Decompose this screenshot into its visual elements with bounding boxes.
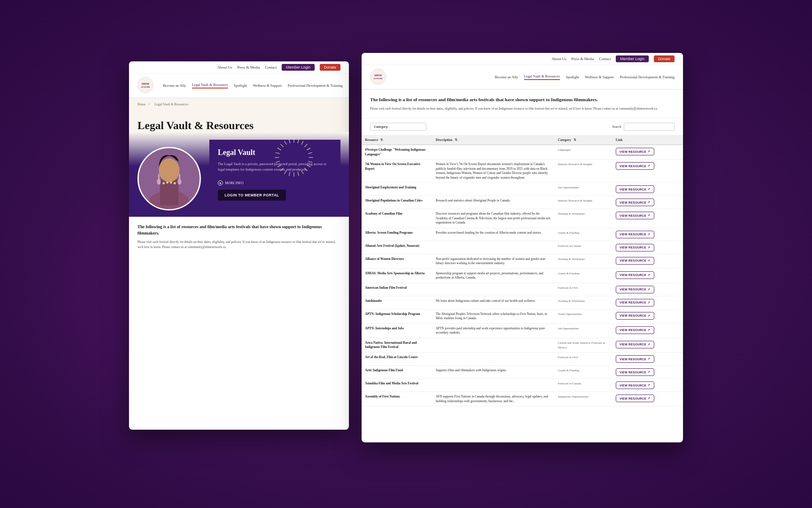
- left-nav-spotlight[interactable]: Spotlight: [234, 83, 247, 88]
- login-portal-button[interactable]: LOGIN TO MEMBER PORTAL: [218, 190, 286, 201]
- resource-desc-cell: APTN provides paid internship and work e…: [432, 323, 554, 338]
- svg-line-18: [280, 168, 283, 171]
- view-resource-button[interactable]: VIEW RESOURCE: [616, 368, 654, 376]
- resource-link-cell[interactable]: VIEW RESOURCE: [612, 392, 683, 406]
- view-resource-button[interactable]: VIEW RESOURCE: [616, 355, 654, 363]
- breadcrumb-home[interactable]: Home: [137, 102, 146, 106]
- view-resource-button[interactable]: VIEW RESOURCE: [616, 341, 654, 348]
- right-nav-legal[interactable]: Legal Vault & Resources: [524, 74, 560, 80]
- view-resource-button[interactable]: VIEW RESOURCE: [616, 199, 654, 206]
- right-member-login-button[interactable]: Member Login: [616, 55, 649, 62]
- view-resource-button[interactable]: VIEW RESOURCE: [616, 148, 654, 155]
- right-nav-spotlight[interactable]: Spotlight: [566, 75, 579, 79]
- category-tag: Training & Workshops: [558, 257, 585, 261]
- left-logo[interactable]: SHINE NETWORK: [137, 77, 154, 94]
- left-press-link[interactable]: Press & Media: [237, 65, 260, 69]
- view-resource-button[interactable]: VIEW RESOURCE: [616, 326, 654, 334]
- resource-link-cell[interactable]: VIEW RESOURCE: [612, 196, 683, 209]
- view-resource-button[interactable]: VIEW RESOURCE: [616, 231, 654, 238]
- right-intro: The following is a list of resources and…: [362, 90, 683, 119]
- table-row: Aboriginal Populations in Canadian Citie…: [362, 196, 683, 209]
- view-resource-button[interactable]: VIEW RESOURCE: [616, 271, 654, 279]
- left-member-login-button[interactable]: Member Login: [282, 64, 315, 71]
- resource-link-cell[interactable]: VIEW RESOURCE: [612, 254, 683, 268]
- svg-text:NETWORK: NETWORK: [141, 86, 150, 88]
- resource-link-cell[interactable]: VIEW RESOURCE: [612, 209, 683, 228]
- svg-point-0: [138, 78, 153, 92]
- left-nav-professional[interactable]: Professional Development & Training: [288, 83, 343, 88]
- view-resource-button[interactable]: VIEW RESOURCE: [616, 286, 654, 293]
- view-resource-button[interactable]: VIEW RESOURCE: [616, 299, 654, 306]
- resource-link-cell[interactable]: VIEW RESOURCE: [612, 283, 683, 296]
- more-info-button[interactable]: ● MORE INFO: [218, 180, 244, 185]
- resource-name: AMIAS: Media Arts Sponsorship in Alberta: [365, 271, 425, 275]
- resource-link-cell[interactable]: VIEW RESOURCE: [612, 145, 683, 160]
- view-resource-button[interactable]: VIEW RESOURCE: [616, 244, 654, 251]
- resource-link-cell[interactable]: VIEW RESOURCE: [612, 296, 683, 309]
- th-category[interactable]: Category ⇅: [554, 135, 612, 145]
- resource-name: Artic Indigenous Film Fund: [365, 368, 403, 372]
- resource-link-cell[interactable]: VIEW RESOURCE: [612, 338, 683, 353]
- resource-name: American Indian Film Festival: [365, 286, 407, 290]
- svg-line-7: [307, 148, 310, 150]
- page-title: Legal Vault & Resources: [137, 119, 340, 132]
- resource-link-cell[interactable]: VIEW RESOURCE: [612, 379, 683, 392]
- left-nav-ally[interactable]: Become an Ally: [163, 83, 186, 88]
- resource-link-cell[interactable]: VIEW RESOURCE: [612, 183, 683, 196]
- view-resource-button[interactable]: VIEW RESOURCE: [616, 312, 654, 320]
- svg-line-4: [298, 139, 299, 144]
- view-resource-button[interactable]: VIEW RESOURCE: [616, 395, 654, 402]
- right-logo[interactable]: SHINE NETWORK: [370, 69, 387, 86]
- resource-link-cell[interactable]: VIEW RESOURCE: [612, 160, 683, 183]
- resources-table-scroll[interactable]: Resource ⇅ Description ⇅ Category ⇅ Li: [362, 135, 683, 406]
- view-resource-button[interactable]: VIEW RESOURCE: [616, 162, 654, 170]
- view-resource-button[interactable]: VIEW RESOURCE: [616, 185, 654, 193]
- resource-link-cell[interactable]: VIEW RESOURCE: [612, 323, 683, 338]
- right-contact-link[interactable]: Contact: [599, 57, 611, 61]
- resource-category-cell: Grants & Funding: [554, 268, 612, 283]
- resource-category-cell: Grants & Funding: [554, 228, 612, 241]
- right-nav-professional[interactable]: Professional Development & Training: [620, 75, 675, 79]
- resource-category-cell: Job Opportunities: [554, 323, 612, 338]
- resource-link-cell[interactable]: VIEW RESOURCE: [612, 241, 683, 254]
- svg-line-14: [298, 172, 299, 176]
- left-nav-wellness[interactable]: Wellness & Support: [253, 83, 282, 88]
- right-donate-button[interactable]: Donate: [654, 55, 675, 62]
- svg-line-6: [304, 144, 307, 147]
- resource-link-cell[interactable]: VIEW RESOURCE: [612, 366, 683, 379]
- view-resource-button[interactable]: VIEW RESOURCE: [616, 212, 654, 219]
- th-resource[interactable]: Resource ⇅: [362, 135, 432, 145]
- right-nav-ally[interactable]: Become an Ally: [495, 75, 518, 79]
- left-nav-legal[interactable]: Legal Vault & Resources: [192, 83, 228, 88]
- right-nav-wellness[interactable]: Wellness & Support: [585, 75, 614, 79]
- resource-name-cell: Aboriginal Employment and Training: [362, 183, 432, 196]
- svg-line-24: [280, 144, 283, 147]
- right-press-link[interactable]: Press & Media: [571, 57, 594, 61]
- search-input[interactable]: [624, 123, 675, 131]
- resource-name-cell: Alberta: Screen Funding Programs: [362, 228, 432, 241]
- portrait-image: [137, 147, 201, 210]
- svg-line-12: [304, 168, 307, 171]
- resource-link-cell[interactable]: VIEW RESOURCE: [612, 268, 683, 283]
- svg-line-16: [289, 172, 290, 176]
- resource-desc-cell: Sponsorship program to support media art…: [432, 268, 554, 283]
- resource-name: APTN: Internships and Jobs: [365, 326, 404, 330]
- left-about-link[interactable]: About Us: [217, 65, 232, 69]
- left-donate-button[interactable]: Donate: [320, 64, 340, 71]
- resource-link-cell[interactable]: VIEW RESOURCE: [612, 353, 683, 366]
- category-select[interactable]: Category Languages Industry Research & I…: [370, 123, 426, 131]
- th-description[interactable]: Description ⇅: [432, 135, 554, 145]
- right-about-link[interactable]: About Us: [551, 57, 566, 61]
- left-contact-link[interactable]: Contact: [265, 65, 277, 69]
- category-tag: Indigenous Organizations: [558, 395, 588, 398]
- resource-category-cell: Training & Workshops: [554, 254, 612, 268]
- table-row: Art of the Real, Film at Lincoln CentreF…: [362, 353, 683, 366]
- resource-link-cell[interactable]: VIEW RESOURCE: [612, 228, 683, 241]
- resource-link-cell[interactable]: VIEW RESOURCE: [612, 309, 683, 323]
- resource-category-cell: Training & Workshops: [554, 296, 612, 309]
- view-resource-button[interactable]: VIEW RESOURCE: [616, 381, 654, 389]
- resource-name: APTN: Indigenous Scholarship Program: [365, 312, 420, 316]
- view-resource-button[interactable]: VIEW RESOURCE: [616, 257, 654, 265]
- resource-name-cell: Artic Indigenous Film Fund: [362, 366, 432, 379]
- category-tag: Festivals in Canada: [558, 382, 581, 385]
